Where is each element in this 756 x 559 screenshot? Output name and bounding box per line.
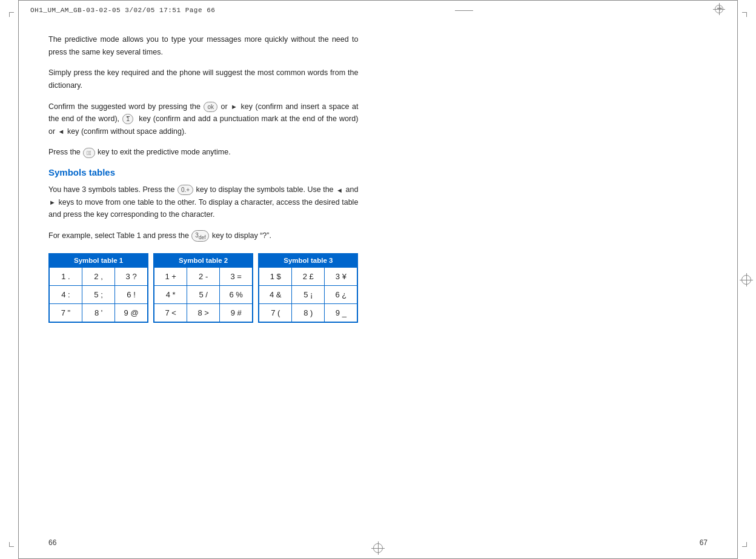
symbol-table-1-header: Symbol table 1 <box>49 254 148 267</box>
table-cell: 8 ) <box>292 303 325 322</box>
table-cell: 1 . <box>50 267 82 285</box>
table-cell: 3 ¥ <box>325 267 357 285</box>
symbol-table-1: Symbol table 1 1 . 2 , 3 ? 4 : 5 ; 6 ! 7… <box>48 253 148 323</box>
table-row: 1 . 2 , 3 ? <box>50 267 148 285</box>
table-cell: 2 - <box>187 267 220 285</box>
corner-mark-tl <box>9 12 18 21</box>
table-cell: 5 / <box>187 285 220 303</box>
table-cell: 9 _ <box>325 303 357 322</box>
table-row: 7 ( 8 ) 9 _ <box>259 303 357 322</box>
main-content: The predictive mode allows you to type y… <box>48 33 708 523</box>
bottom-crosshair <box>372 542 384 554</box>
table-cell: 3 ? <box>115 267 148 285</box>
symbol-table-1-grid: 1 . 2 , 3 ? 4 : 5 ; 6 ! 7 " 8 ' 9 @ <box>49 267 148 322</box>
page-header: OH1_UM_AM_GB-03-02-05 3/02/05 17:51 Page… <box>30 5 726 16</box>
symbol-table-2-grid: 1 + 2 - 3 = 4 * 5 / 6 % 7 < 8 > 9 # <box>154 267 253 322</box>
table-cell: 6 % <box>220 285 253 303</box>
dot-plus-key: 0.+ <box>177 185 193 195</box>
page-border-top <box>18 0 738 1</box>
left-arrow-2: ◄ <box>336 185 343 196</box>
ok-key: ok <box>204 102 217 112</box>
symbol-table-3-grid: 1 $ 2 £ 3 ¥ 4 & 5 ¡ 6 ¿ 7 ( 8 ) 9 _ <box>259 267 357 322</box>
table-cell: 3 = <box>220 267 253 285</box>
table-cell: 4 & <box>259 285 292 303</box>
corner-mark-br <box>738 538 747 547</box>
symbol-table-2: Symbol table 2 1 + 2 - 3 = 4 * 5 / 6 % 7… <box>153 253 253 323</box>
table-cell: 4 * <box>154 285 187 303</box>
table-cell: 7 " <box>50 303 82 322</box>
symbol-table-3-header: Symbol table 3 <box>259 254 357 267</box>
left-arrow: ◄ <box>58 126 65 137</box>
table-cell: 9 # <box>220 303 253 322</box>
header-line <box>455 10 473 11</box>
header-crosshair <box>715 5 726 16</box>
page-border-left <box>18 0 19 559</box>
symbol-tables-container: Symbol table 1 1 . 2 , 3 ? 4 : 5 ; 6 ! 7… <box>48 253 358 323</box>
paragraph-3: Confirm the suggested word by pressing t… <box>48 101 358 138</box>
right-arrow-2: ► <box>49 197 56 208</box>
table-cell: 6 ¿ <box>325 285 357 303</box>
left-page-number: 66 <box>48 538 56 547</box>
table-cell: 5 ¡ <box>292 285 325 303</box>
table-row: 4 & 5 ¡ 6 ¿ <box>259 285 357 303</box>
right-crosshair <box>741 275 751 285</box>
symbol-table-2-header: Symbol table 2 <box>154 254 253 267</box>
paragraph-2: Simply press the key required and the ph… <box>48 67 358 91</box>
table-row: 4 * 5 / 6 % <box>154 285 253 303</box>
star-key: ✱⃮ <box>83 148 94 158</box>
1m-key: 1̅ <box>122 114 133 124</box>
three-key: 3def <box>191 230 209 242</box>
corner-mark-tr <box>738 12 747 21</box>
table-cell: 9 @ <box>115 303 148 322</box>
table-cell: 8 > <box>187 303 220 322</box>
example-text: For example, select Table 1 and press th… <box>48 230 358 242</box>
table-cell: 2 , <box>82 267 115 285</box>
table-row: 1 $ 2 £ 3 ¥ <box>259 267 357 285</box>
left-column: The predictive mode allows you to type y… <box>48 33 358 323</box>
table-cell: 1 $ <box>259 267 292 285</box>
page-border-right <box>737 0 738 559</box>
table-row: 1 + 2 - 3 = <box>154 267 253 285</box>
table-cell: 7 < <box>154 303 187 322</box>
table-cell: 2 £ <box>292 267 325 285</box>
paragraph-1: The predictive mode allows you to type y… <box>48 33 358 58</box>
section-title: Symbols tables <box>48 167 358 177</box>
table-cell: 8 ' <box>82 303 115 322</box>
paragraph-5: You have 3 symbols tables. Press the 0.+… <box>48 184 358 221</box>
right-arrow: ► <box>231 101 237 112</box>
paragraph-4: Press the ✱⃮ key to exit the predictive … <box>48 146 358 159</box>
corner-mark-bl <box>9 538 18 547</box>
table-cell: 6 ! <box>115 285 148 303</box>
table-cell: 4 : <box>50 285 82 303</box>
right-page-number: 67 <box>700 538 708 547</box>
table-row: 7 < 8 > 9 # <box>154 303 253 322</box>
table-row: 4 : 5 ; 6 ! <box>50 285 148 303</box>
table-cell: 5 ; <box>82 285 115 303</box>
symbol-table-3: Symbol table 3 1 $ 2 £ 3 ¥ 4 & 5 ¡ 6 ¿ 7… <box>258 253 358 323</box>
table-row: 7 " 8 ' 9 @ <box>50 303 148 322</box>
table-cell: 1 + <box>154 267 187 285</box>
header-text: OH1_UM_AM_GB-03-02-05 3/02/05 17:51 Page… <box>30 7 215 14</box>
table-cell: 7 ( <box>259 303 292 322</box>
